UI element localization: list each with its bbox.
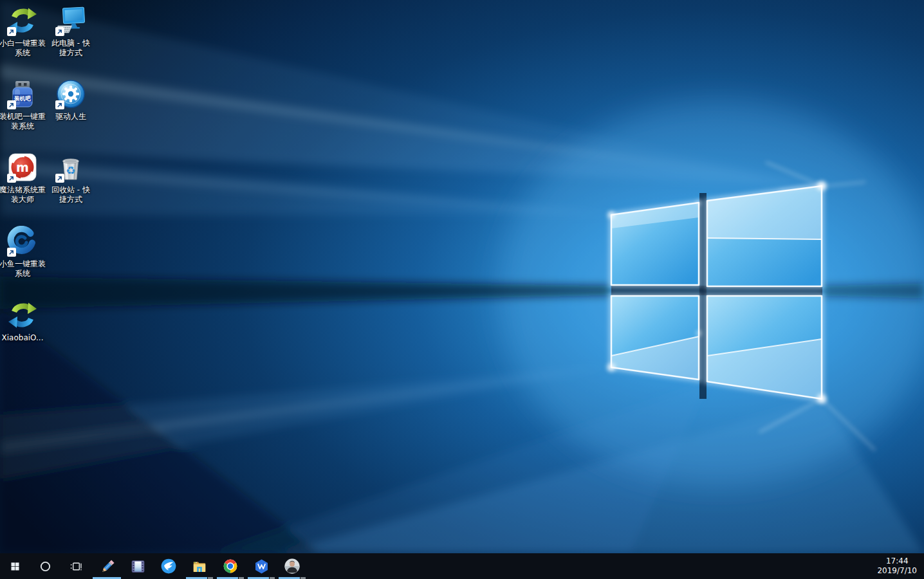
clock-time: 17:44 (886, 556, 909, 566)
desktop-icon-mofazhu[interactable]: m 魔法猪系统重 装大师 (0, 152, 47, 205)
task-view-icon (69, 560, 83, 573)
taskbar-clock[interactable]: 17:44 2019/7/10 (870, 553, 924, 579)
sync-arrows-icon (7, 300, 38, 331)
wps-office-button[interactable] (246, 553, 277, 579)
usb-badge-text: 装机吧 (14, 95, 31, 102)
icon-label: XiaobaiO... (0, 333, 47, 343)
desktop-icon-driver-life[interactable]: 驱动人生 (46, 78, 95, 122)
icon-label: 小白一键重装 系统 (0, 39, 47, 58)
icon-label: 装机吧一键重 装系统 (0, 112, 47, 131)
shortcut-arrow-icon (7, 100, 16, 109)
shortcut-arrow-icon (55, 27, 64, 36)
pencil-icon (99, 558, 115, 574)
taskbar: 17:44 2019/7/10 (0, 553, 924, 579)
wps-icon (254, 558, 270, 574)
shortcut-arrow-icon (7, 174, 16, 183)
shortcut-arrow-icon (7, 27, 16, 36)
user-avatar-app-button[interactable] (277, 553, 308, 579)
media-player-app-button[interactable] (122, 553, 153, 579)
desktop-icon-recycle-bin[interactable]: ♻ 回收站 - 快 捷方式 (46, 152, 95, 205)
task-view-button[interactable] (60, 553, 91, 579)
windows-logo-icon (10, 561, 21, 572)
shortcut-arrow-icon (55, 100, 64, 109)
file-explorer-button[interactable] (184, 553, 215, 579)
wallpaper (0, 0, 924, 553)
recycle-symbol-icon: ♻ (66, 164, 75, 177)
shortcut-arrow-icon (7, 248, 16, 257)
chrome-browser-button[interactable] (215, 553, 246, 579)
clock-date: 2019/7/10 (877, 566, 917, 576)
chrome-icon (222, 558, 239, 574)
desktop[interactable]: 小白一键重装 系统 (0, 0, 924, 553)
pencil-app-button[interactable] (91, 553, 122, 579)
screen: 小白一键重装 系统 (0, 0, 924, 579)
icon-label: 此电脑 - 快 捷方式 (46, 39, 95, 58)
icon-label: 驱动人生 (46, 112, 95, 122)
desktop-icon-xiaobai-reinstall[interactable]: 小白一键重装 系统 (0, 5, 47, 58)
desktop-icon-zhuangjiba[interactable]: 装机吧 装机吧一键重 装系统 (0, 78, 47, 131)
user-avatar-icon (284, 558, 300, 574)
desktop-icon-xiaoyu[interactable]: 小鱼一键重装 系统 (0, 226, 47, 279)
dingtalk-app-button[interactable] (153, 553, 184, 579)
icon-label: 小鱼一键重装 系统 (0, 259, 47, 279)
desktop-icon-this-pc[interactable]: 此电脑 - 快 捷方式 (46, 5, 95, 58)
cortana-circle-icon (39, 560, 51, 573)
shortcut-arrow-icon (55, 174, 64, 183)
start-button[interactable] (0, 553, 30, 579)
icon-label: 回收站 - 快 捷方式 (46, 185, 95, 205)
folder-icon (191, 558, 208, 574)
icon-label: 魔法猪系统重 装大师 (0, 185, 47, 205)
cortana-search-button[interactable] (30, 553, 60, 579)
mofazhu-letter: m (16, 160, 29, 174)
dingtalk-icon (160, 558, 177, 574)
film-strip-icon (130, 558, 146, 574)
desktop-icon-xiaobai-online[interactable]: XiaobaiO... (0, 300, 47, 343)
